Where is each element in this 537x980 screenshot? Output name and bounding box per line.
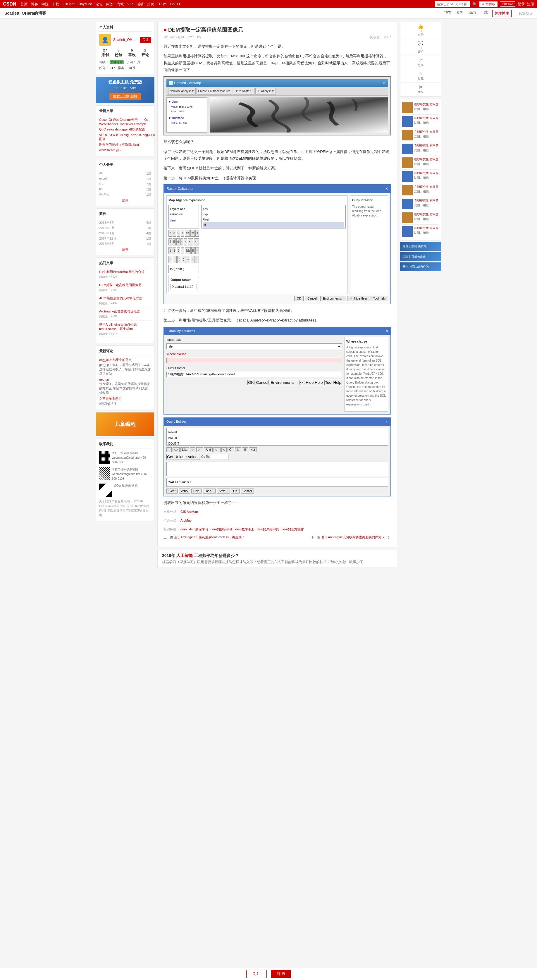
func-abs[interactable]: Abs [203,207,344,212]
like-action[interactable]: 👍 0 点赞 [400,22,441,39]
toc-item[interactable]: ▼ dem [168,99,206,105]
keyword-1[interactable]: dem的深学习 [189,527,208,531]
raster-tool-button[interactable]: Tool Help [370,296,388,301]
right-user-name-4[interactable]: 在职研究生 有问题 [414,158,438,161]
btn-tilde[interactable]: ~ [191,256,194,263]
func-exp[interactable]: Exp [203,212,344,217]
site-logo[interactable]: CSDN [3,2,16,7]
query-goto-input[interactable] [211,454,229,460]
keyword-3[interactable]: dem数学手册 [235,527,254,531]
chat-button[interactable]: 30Chat [500,2,515,7]
cat-name-3[interactable]: tin [99,187,103,192]
nav-csto[interactable]: CSTO [170,2,180,6]
prev-link[interactable]: 基于ArcEngine田面点生成featureclass，再生成In [174,535,244,539]
archive-expand-button[interactable]: 展开 [99,248,151,252]
btn-lt[interactable]: < [195,230,199,237]
tb-create-tin[interactable]: Create TIN from features [197,88,232,94]
qb-field-2[interactable]: COUNT [168,441,387,445]
btn-3[interactable]: 3 [177,247,180,254]
btn-lpar[interactable]: ( [177,256,181,263]
commenter-name-2[interactable]: 文艺青年来学习 [99,397,122,401]
btn-minus[interactable]: - [181,247,184,254]
comment-action[interactable]: 💬 0 评论 [400,39,441,56]
archive-name-1[interactable]: 2018年5月 [99,226,114,230]
archive-name-0[interactable]: 2018年6月 [99,221,114,225]
cloud-ad-banner[interactable]: 云虚拟主机·免费版 1G 10G 50M 便宜云虚拟主机 [96,76,154,103]
btn-not[interactable]: ! [195,256,199,263]
right-user-name-2[interactable]: 在职研究生 有问题 [414,130,438,134]
right-user-name-6[interactable]: 在职研究生 有问题 [414,185,438,189]
qb-op-gt[interactable]: > [190,447,195,452]
recent-link-0[interactable]: Coser Qt WebChannel例子——Qt WebChannel Cha… [99,118,148,126]
follow-button[interactable]: 关注 [140,37,151,43]
categories-expand-button[interactable]: 展开 [99,198,151,203]
tab-blog[interactable]: 博客 [444,10,452,17]
nav-home[interactable]: 首页 [21,2,27,7]
formula-text-input[interactable] [170,267,197,270]
tb-analyst[interactable]: 3D Analyst ▼ [255,88,276,94]
get-unique-values-button[interactable]: Get Unique Values [167,454,200,460]
recent-link-4[interactable]: webStream例5 [99,148,121,152]
qb-op-or[interactable]: Or [227,447,234,452]
nav-mall[interactable]: 商城 [117,2,124,7]
nav-forum[interactable]: 论坛 [95,2,103,7]
raster-ok-button[interactable]: OK [294,296,303,301]
keyword-4[interactable]: dem的原始字典 [257,527,279,531]
btn-lte[interactable]: <= [188,239,193,245]
extract-input-select[interactable]: dem [167,344,342,349]
right-ad-3[interactable]: 开个小网站成为你的 [400,262,441,271]
right-user-name-1[interactable]: 在职研究生 有问题 [414,116,438,120]
hot-link-3[interactable]: ArcEngine处理要素与优化选 [99,309,151,313]
recent-link-1[interactable]: Qt Creator debugger和Qt的配置 [99,127,145,131]
extract-env-button[interactable]: Environments... [270,380,298,385]
query-expression-box[interactable] [167,478,388,487]
query-save-button[interactable]: Save... [217,488,230,493]
query-clear-button[interactable]: Clear [167,488,178,493]
right-user-name-7[interactable]: 在职研究生 有问题 [414,199,438,203]
btn-7[interactable]: 7 [168,230,172,237]
nav-tinymind[interactable]: TinyMind [78,2,92,6]
btn-or[interactable]: || [191,247,195,254]
archive-name-3[interactable]: 2017年12月 [99,236,116,241]
qb-op-and[interactable]: And [204,447,213,452]
btn-eq[interactable]: == [185,230,190,237]
cat-name-1[interactable]: excel [99,177,107,181]
nav-qa[interactable]: 问答 [106,2,113,7]
right-user-name-8[interactable]: 在职研究生 有问题 [414,212,438,216]
recent-link-3[interactable]: 图形学习记录（不断填坑ing） [99,143,142,146]
btn-6[interactable]: 6 [176,239,180,245]
share-action[interactable]: ↗ 分享 [400,56,441,69]
register-link[interactable]: 注册 [527,2,534,7]
search-icon[interactable]: 🔍 [473,2,477,6]
func-int[interactable]: Int [203,222,344,228]
nav-vip[interactable]: VIP [127,2,133,6]
qb-op-eq[interactable]: = [167,447,172,452]
login-link[interactable]: 登录 [518,2,525,7]
tab-dynamics[interactable]: 动态 [468,10,476,17]
qb-field-0[interactable]: Rowid [168,430,387,435]
tb-network-analyst[interactable]: Network Analyst ▼ [168,88,196,94]
hot-link-2[interactable]: AE中绘性质量的几种常见方法 [99,296,151,301]
btn-2[interactable]: 2 [173,247,176,254]
btn-xor[interactable]: ^ [195,247,199,254]
formula-input[interactable] [168,265,199,274]
btn-and[interactable]: && [185,247,191,254]
cat-name-0[interactable]: AE [99,172,103,176]
query-cancel-button[interactable]: Cancel [241,488,254,493]
right-user-name-9[interactable]: 在职研究生 有问题 [414,226,438,230]
extract-hide-button[interactable]: << Hide Help [300,380,324,385]
nav-blog[interactable]: 博客 [31,2,38,7]
keyword-2[interactable]: dem的数字手册 [211,527,233,531]
write-blog-button[interactable]: ✏ 写博客 [479,2,497,7]
right-user-name-0[interactable]: 在职研究生 有问题 [414,102,438,107]
raster-cancel-button[interactable]: Cancel [305,296,319,301]
nav-iteye[interactable]: ITEye [158,2,167,6]
nav-jobs[interactable]: 招聘 [147,2,154,7]
qb-op-lte[interactable]: <= [213,447,221,452]
btn-0[interactable]: 0 [168,256,172,263]
query-verify-button[interactable]: Verify [179,488,190,493]
extract-ok-button[interactable]: OK [248,380,254,385]
nav-academy[interactable]: 学院 [41,2,49,7]
qb-op-gte[interactable]: >= [196,447,203,452]
btn-neq[interactable]: != [191,230,195,237]
